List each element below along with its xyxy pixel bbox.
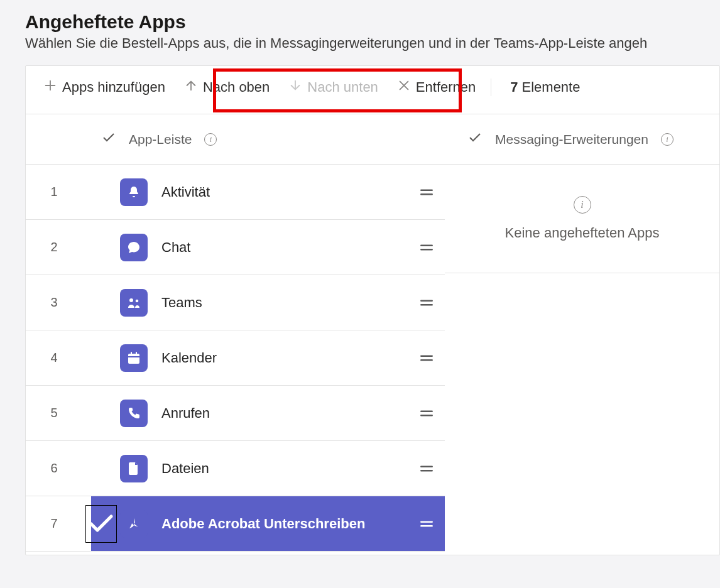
row-index: 7 <box>26 516 82 531</box>
toolbar: Apps hinzufügen Nach oben Nach unten Ent… <box>26 66 719 114</box>
add-apps-label: Apps hinzufügen <box>62 79 165 95</box>
file-icon <box>120 455 148 482</box>
row-select-checkbox[interactable] <box>86 506 116 542</box>
app-bar-header-label: App-Leiste <box>129 132 192 147</box>
messaging-ext-column: Messaging-Erweiterungen i i Keine angehe… <box>445 114 719 273</box>
app-name-label: Aktivität <box>161 184 418 200</box>
app-row[interactable]: 5Anrufen <box>26 386 445 441</box>
close-icon <box>397 79 411 96</box>
svg-point-1 <box>136 299 139 302</box>
drag-handle-icon[interactable] <box>418 516 435 532</box>
row-index: 1 <box>26 185 82 199</box>
check-icon <box>467 130 483 148</box>
svg-point-0 <box>129 298 133 302</box>
phone-icon <box>120 400 148 427</box>
move-down-label: Nach unten <box>307 79 378 95</box>
drag-handle-icon[interactable] <box>418 184 435 200</box>
drag-handle-icon[interactable] <box>418 239 435 256</box>
app-row[interactable]: 2Chat <box>26 220 445 275</box>
chat-icon <box>120 234 148 261</box>
row-index: 3 <box>26 295 82 310</box>
info-icon: i <box>574 196 591 214</box>
calendar-icon <box>120 344 148 372</box>
info-icon[interactable]: i <box>661 133 674 146</box>
page-subtitle: Wählen Sie die Bestell-Apps aus, die in … <box>25 35 720 52</box>
app-row[interactable]: 1Aktivität <box>26 165 445 220</box>
empty-state: i Keine angehefteten Apps <box>445 165 719 273</box>
drag-handle-icon[interactable] <box>418 350 435 366</box>
item-count-label: Elemente <box>522 79 581 95</box>
arrow-down-icon <box>288 79 302 96</box>
teams-icon <box>120 289 148 317</box>
check-icon <box>101 130 116 148</box>
app-bar-column: App-Leiste i 1Aktivität2Chat3Teams4Kalen… <box>26 114 445 552</box>
pinned-apps-panel: Apps hinzufügen Nach oben Nach unten Ent… <box>25 65 720 555</box>
row-index: 2 <box>26 240 82 254</box>
app-row[interactable]: 7Adobe Acrobat Unterschreiben <box>26 496 445 552</box>
page-title: Angeheftete Apps <box>25 11 720 33</box>
row-index: 5 <box>26 406 82 420</box>
app-bar-column-header: App-Leiste i <box>26 114 445 165</box>
app-row[interactable]: 4Kalender <box>26 330 445 386</box>
drag-handle-icon[interactable] <box>418 405 435 422</box>
app-name-label: Dateien <box>161 460 418 477</box>
app-name-label: Kalender <box>161 350 418 366</box>
move-up-button[interactable]: Nach oben <box>175 71 278 104</box>
move-up-label: Nach oben <box>203 79 270 95</box>
empty-state-label: Keine angehefteten Apps <box>505 225 660 241</box>
add-apps-button[interactable]: Apps hinzufügen <box>35 71 174 104</box>
info-icon[interactable]: i <box>204 133 217 146</box>
move-down-button[interactable]: Nach unten <box>280 71 387 104</box>
arrow-up-icon <box>184 79 198 96</box>
messaging-ext-column-header: Messaging-Erweiterungen i <box>445 114 719 165</box>
drag-handle-icon[interactable] <box>418 460 435 477</box>
remove-button[interactable]: Entfernen <box>388 71 484 104</box>
item-count-number: 7 <box>510 79 518 95</box>
acrobat-icon <box>120 510 148 538</box>
plus-icon <box>43 79 57 96</box>
app-name-label: Anrufen <box>161 405 418 422</box>
toolbar-separator <box>491 79 491 96</box>
app-name-label: Teams <box>161 295 418 311</box>
app-name-label: Adobe Acrobat Unterschreiben <box>161 516 418 532</box>
bell-icon <box>120 178 148 206</box>
drag-handle-icon[interactable] <box>418 295 435 311</box>
app-row[interactable]: 6Dateien <box>26 441 445 496</box>
svg-rect-4 <box>131 352 132 355</box>
app-row[interactable]: 3Teams <box>26 275 445 330</box>
row-index: 6 <box>26 461 82 476</box>
item-count: 7 Elemente <box>510 79 580 95</box>
messaging-ext-header-label: Messaging-Erweiterungen <box>495 132 648 147</box>
remove-label: Entfernen <box>416 79 476 95</box>
row-index: 4 <box>26 351 82 365</box>
svg-rect-5 <box>136 352 137 355</box>
app-name-label: Chat <box>161 239 418 256</box>
